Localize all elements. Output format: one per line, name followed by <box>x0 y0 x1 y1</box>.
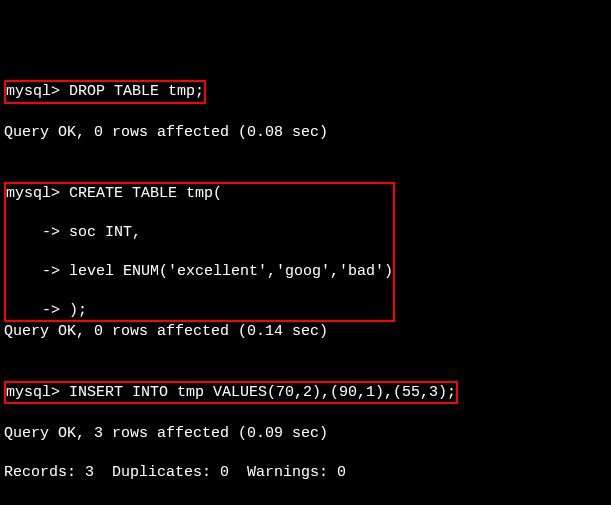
result-insert-2: Records: 3 Duplicates: 0 Warnings: 0 <box>4 463 607 483</box>
highlight-insert: mysql> INSERT INTO tmp VALUES(70,2),(90,… <box>4 381 458 405</box>
highlight-drop-table: mysql> DROP TABLE tmp; <box>4 80 206 104</box>
highlight-create-table: mysql> CREATE TABLE tmp( -> soc INT, -> … <box>4 182 395 323</box>
sql-create-4: -> ); <box>6 301 393 321</box>
sql-create-1: mysql> CREATE TABLE tmp( <box>6 184 393 204</box>
sql-insert: mysql> INSERT INTO tmp VALUES(70,2),(90,… <box>6 384 456 401</box>
result-create: Query OK, 0 rows affected (0.14 sec) <box>4 322 607 342</box>
sql-drop-table: mysql> DROP TABLE tmp; <box>6 83 204 100</box>
result-insert-1: Query OK, 3 rows affected (0.09 sec) <box>4 424 607 444</box>
result-drop: Query OK, 0 rows affected (0.08 sec) <box>4 123 607 143</box>
sql-create-2: -> soc INT, <box>6 223 393 243</box>
sql-create-3: -> level ENUM('excellent','goog','bad') <box>6 262 393 282</box>
